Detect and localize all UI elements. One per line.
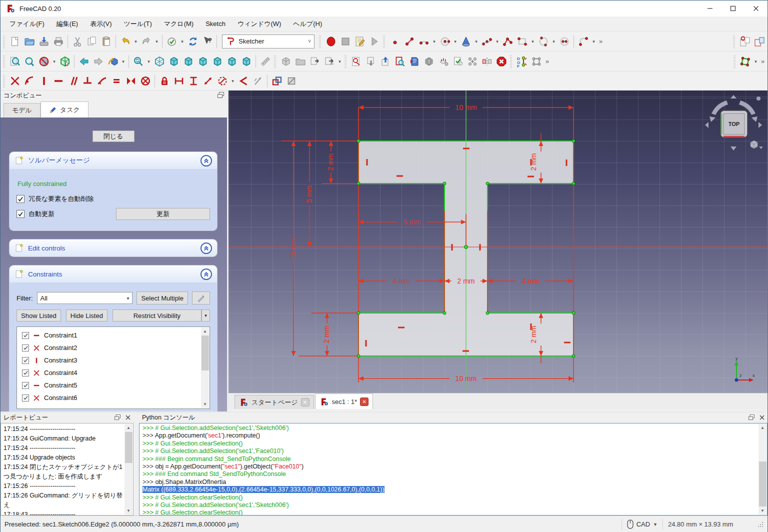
constraint-checkbox[interactable] [22, 394, 29, 402]
scroll-down-icon[interactable]: ▼ [201, 400, 209, 408]
show-listed-button[interactable]: Show Listed [16, 310, 61, 322]
constraint-row-6[interactable]: Constraint6 [18, 392, 208, 404]
draw-style-button[interactable] [36, 54, 51, 69]
menu-item-0[interactable]: ファイル(F) [4, 17, 50, 31]
create-fillet-button[interactable] [576, 34, 590, 49]
create-bspline-button[interactable] [480, 34, 494, 49]
dropdown-arrow-icon[interactable]: ▾ [752, 59, 759, 64]
merge-sketches-button[interactable] [465, 54, 480, 69]
nav-style-selector[interactable]: CAD ▼ [627, 520, 658, 529]
dropdown-arrow-icon[interactable]: ▾ [132, 39, 139, 44]
toolbar-handle[interactable] [382, 35, 386, 48]
constraint-checkbox[interactable] [22, 357, 29, 364]
external-geometry-button[interactable] [752, 34, 766, 49]
auto-remove-checkbox[interactable] [16, 195, 24, 203]
create-arc-button[interactable] [416, 34, 431, 49]
dropdown-arrow-icon[interactable]: ▾ [530, 39, 536, 44]
float-panel-icon[interactable] [748, 414, 754, 422]
maximize-button[interactable] [722, 0, 744, 16]
constraint-checkbox[interactable] [22, 344, 29, 352]
constrain-perpendicular-button[interactable] [80, 74, 94, 88]
menu-item-6[interactable]: ウィンドウ(W) [232, 17, 287, 31]
menu-item-5[interactable]: Sketch [200, 18, 232, 30]
nav-forward-button[interactable] [91, 54, 106, 69]
constrain-distance-y-button[interactable] [186, 74, 200, 88]
toggle-dof-button[interactable]: DOF [514, 54, 529, 69]
toggle-driving-button[interactable] [250, 74, 265, 88]
tab-model[interactable]: モデル [4, 103, 40, 118]
fit-selection-button[interactable] [22, 54, 36, 69]
scroll-up-icon[interactable]: ▲ [758, 424, 766, 432]
dropdown-arrow-icon[interactable]: ▾ [550, 39, 557, 44]
constraint-row-1[interactable]: Constraint1 [18, 329, 208, 342]
view-bottom-button[interactable] [224, 54, 239, 69]
axonometric-view-button[interactable] [152, 54, 166, 69]
macro-edit-button[interactable] [352, 34, 367, 49]
constrain-tangent-button[interactable] [94, 74, 109, 88]
settings-tool-button[interactable] [192, 292, 210, 304]
menu-item-2[interactable]: 表示(V) [84, 17, 118, 31]
toggle-active-button[interactable] [284, 74, 298, 88]
filter-combo[interactable]: All▾ [37, 292, 133, 304]
create-slot-button[interactable] [557, 34, 572, 49]
reorient-sketch-button[interactable] [422, 54, 436, 69]
dropdown-arrow-icon[interactable]: ▾ [336, 59, 343, 64]
toolbar-handle[interactable] [510, 55, 514, 68]
close-panel-icon[interactable] [126, 414, 130, 422]
navigation-cube[interactable]: TOP [704, 94, 762, 156]
create-conic-button[interactable] [458, 34, 473, 49]
constrain-point-on-object-button[interactable] [22, 74, 36, 88]
toggle-grid-button[interactable] [436, 54, 450, 69]
create-point-button[interactable] [388, 34, 402, 49]
dropdown-arrow-icon[interactable]: ▾ [120, 59, 126, 64]
scroll-down-icon[interactable]: ▼ [124, 507, 132, 514]
constrain-horizontal-button[interactable] [51, 74, 66, 88]
close-task-button[interactable]: 閉じる [92, 130, 134, 142]
print-button[interactable] [51, 34, 66, 49]
python-scrollbar[interactable]: ▲ ▼ [758, 424, 766, 514]
view-sketch-button[interactable] [378, 54, 392, 69]
link-folder-button[interactable] [293, 54, 308, 69]
view-rear-button[interactable] [210, 54, 224, 69]
update-button[interactable]: 更新 [116, 208, 210, 220]
mirror-sketch-button[interactable] [480, 54, 494, 69]
save-file-button[interactable] [36, 34, 51, 49]
toolbar-handle[interactable] [318, 35, 322, 48]
dropdown-arrow-icon[interactable]: ▾ [154, 39, 160, 44]
3d-viewport[interactable]: 10 mm 2 mm 5 mm 10 mm 5 mm 4 mm 2 mm 4 m… [228, 90, 768, 393]
constrain-distance-button[interactable] [200, 74, 215, 88]
constraint-row-5[interactable]: Constraint5 [18, 379, 208, 392]
scroll-up-icon[interactable]: ▲ [201, 328, 209, 335]
view-right-button[interactable] [196, 54, 210, 69]
constrain-parallel-button[interactable] [66, 74, 80, 88]
constrain-coincident-button[interactable] [8, 74, 22, 88]
view-section-button[interactable] [392, 54, 407, 69]
dropdown-arrow-icon[interactable]: ▾ [431, 39, 438, 44]
create-line-button[interactable] [402, 34, 416, 49]
constrain-diameter-button[interactable] [215, 74, 230, 88]
constraint-row-3[interactable]: Constraint3 [18, 354, 208, 366]
leave-sketch-button[interactable] [364, 54, 378, 69]
view-top-button[interactable] [181, 54, 196, 69]
auto-update-checkbox[interactable] [16, 210, 24, 218]
view-left-button[interactable] [239, 54, 254, 69]
view-front-button[interactable] [166, 54, 181, 69]
menu-item-7[interactable]: ヘルプ(H) [287, 17, 328, 31]
menu-item-3[interactable]: ツール(T) [118, 17, 158, 31]
link-export-button[interactable] [308, 54, 322, 69]
constraint-checkbox[interactable] [22, 370, 29, 376]
open-file-button[interactable] [22, 34, 36, 49]
solver-messages-header[interactable]: ソルバーメッセージ [10, 152, 217, 169]
dropdown-arrow-icon[interactable]: ▾ [452, 39, 458, 44]
dropdown-arrow-icon[interactable]: ▾ [179, 39, 186, 44]
close-button[interactable] [744, 0, 768, 16]
edit-sketch-button[interactable] [349, 54, 364, 69]
collapse-icon[interactable] [200, 268, 212, 280]
collapse-icon[interactable] [200, 155, 212, 166]
constrain-angle-button[interactable] [236, 74, 250, 88]
dropdown-arrow-icon[interactable]: ▾ [473, 39, 480, 44]
constraint-list-scrollbar[interactable]: ▲ ▼ [201, 328, 209, 408]
toolbar-overflow-icon[interactable]: » [544, 58, 551, 65]
collapse-icon[interactable] [200, 242, 212, 254]
whats-this-button[interactable]: ? [200, 34, 214, 49]
